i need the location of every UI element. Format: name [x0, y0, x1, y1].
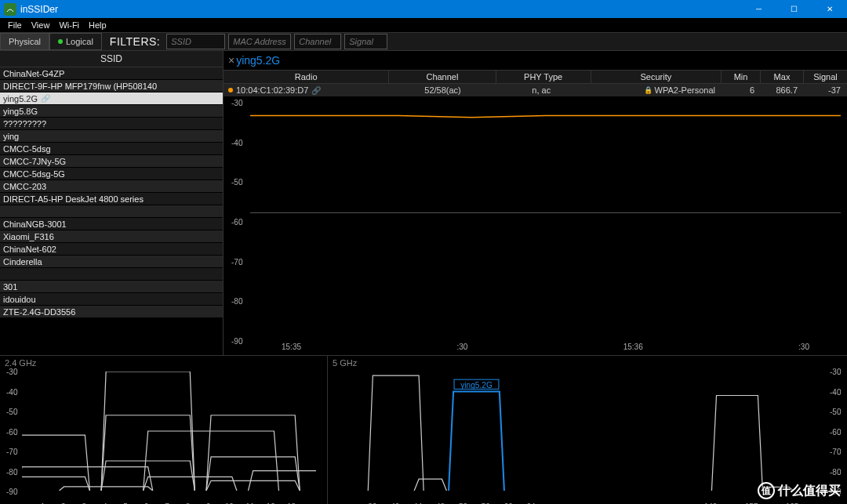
ssid-row[interactable]: DIRECT-A5-HP DeskJet 4800 series: [0, 193, 223, 205]
ssid-row[interactable]: ?????????: [0, 118, 223, 130]
ssid-row[interactable]: ZTE-2.4G-DD3556: [0, 306, 223, 318]
spectrum-2ghz-panel: 2.4 GHz -30-40-50-60-70-80-90 1234567891…: [0, 356, 328, 504]
signal-time-chart: -30-40-50-60-70-80-90 15:35:3015:36:30: [228, 103, 844, 355]
menubar: File View Wi-Fi Help: [0, 18, 847, 32]
filters-label: FILTERS:: [110, 35, 160, 48]
ssid-row[interactable]: ChinaNet-602: [0, 243, 223, 256]
menu-help[interactable]: Help: [84, 20, 111, 30]
filter-channel-input[interactable]: [294, 34, 341, 49]
panel-title-2ghz: 2.4 GHz: [5, 358, 36, 368]
detail-columns: Radio Channel PHY Type Security Min Max …: [224, 70, 847, 84]
lock-icon: 🔒: [644, 86, 653, 94]
ssid-list: ChinaNet-G4ZPDIRECT-9F-HP MFP179fnw (HP5…: [0, 67, 223, 355]
series-color-icon: [228, 88, 233, 92]
panel-title-5ghz: 5 GHz: [333, 358, 357, 368]
filter-mac-input[interactable]: [228, 34, 291, 49]
ssid-row[interactable]: CMCC-5dsg: [0, 143, 223, 155]
menu-file[interactable]: File: [3, 20, 27, 30]
col-signal[interactable]: Signal: [804, 71, 847, 83]
ssid-row[interactable]: ying: [0, 130, 223, 143]
col-min[interactable]: Min: [722, 71, 761, 83]
ssid-row[interactable]: idouidou: [0, 293, 223, 306]
ssid-panel: SSID ChinaNet-G4ZPDIRECT-9F-HP MFP179fnw…: [0, 51, 224, 355]
detail-row[interactable]: 10:04:C1:02:39:D7🔗 52/58(ac) n, ac 🔒WPA2…: [224, 84, 847, 96]
ssid-column-header[interactable]: SSID: [0, 51, 223, 67]
ssid-row[interactable]: CMCC-203: [0, 180, 223, 193]
watermark: 值 什么值得买: [758, 482, 841, 499]
ssid-row[interactable]: CMCC-7JNy-5G: [0, 155, 223, 168]
app-icon: [4, 3, 16, 16]
ssid-row[interactable]: CMCC-5dsg-5G: [0, 168, 223, 180]
physical-tab[interactable]: Physical: [0, 33, 49, 50]
menu-wifi[interactable]: Wi-Fi: [54, 20, 84, 30]
col-radio[interactable]: Radio: [224, 71, 389, 83]
filter-signal-input[interactable]: [344, 34, 387, 49]
ssid-row[interactable]: ChinaNGB-3001: [0, 218, 223, 230]
close-button[interactable]: ✕: [812, 0, 847, 18]
ssid-row[interactable]: ying5.8G: [0, 105, 223, 118]
col-security[interactable]: Security: [591, 71, 722, 83]
maximize-button[interactable]: ☐: [776, 0, 812, 18]
svg-text:ying5.2G: ying5.2G: [460, 381, 493, 390]
minimize-button[interactable]: ─: [741, 0, 776, 18]
ssid-row[interactable]: Xiaomi_F316: [0, 230, 223, 243]
col-phy[interactable]: PHY Type: [496, 71, 591, 83]
menu-view[interactable]: View: [27, 20, 55, 30]
col-channel[interactable]: Channel: [389, 71, 496, 83]
logical-tab[interactable]: Logical: [49, 33, 102, 50]
close-detail-icon[interactable]: ×: [228, 54, 234, 67]
titlebar: inSSIDer ─ ☐ ✕: [0, 0, 847, 18]
col-max[interactable]: Max: [761, 71, 804, 83]
detail-title: × ying5.2G: [224, 51, 847, 70]
link-icon: 🔗: [41, 92, 50, 105]
ssid-row[interactable]: [0, 268, 223, 281]
ssid-row[interactable]: DIRECT-9F-HP MFP179fnw (HP508140: [0, 80, 223, 92]
app-title: inSSIDer: [20, 4, 58, 15]
ssid-row[interactable]: 301: [0, 281, 223, 293]
detail-panel: × ying5.2G Radio Channel PHY Type Securi…: [224, 51, 847, 355]
ssid-row[interactable]: ying5.2G🔗: [0, 92, 223, 105]
filter-ssid-input[interactable]: [166, 34, 225, 49]
ssid-row[interactable]: Cinderella: [0, 256, 223, 268]
link-icon: 🔗: [311, 86, 321, 95]
active-dot-icon: [58, 39, 63, 44]
ssid-row[interactable]: [0, 205, 223, 218]
watermark-badge-icon: 值: [758, 482, 775, 499]
ssid-row[interactable]: ChinaNet-G4ZP: [0, 67, 223, 80]
toolbar: Physical Logical FILTERS:: [0, 32, 847, 51]
